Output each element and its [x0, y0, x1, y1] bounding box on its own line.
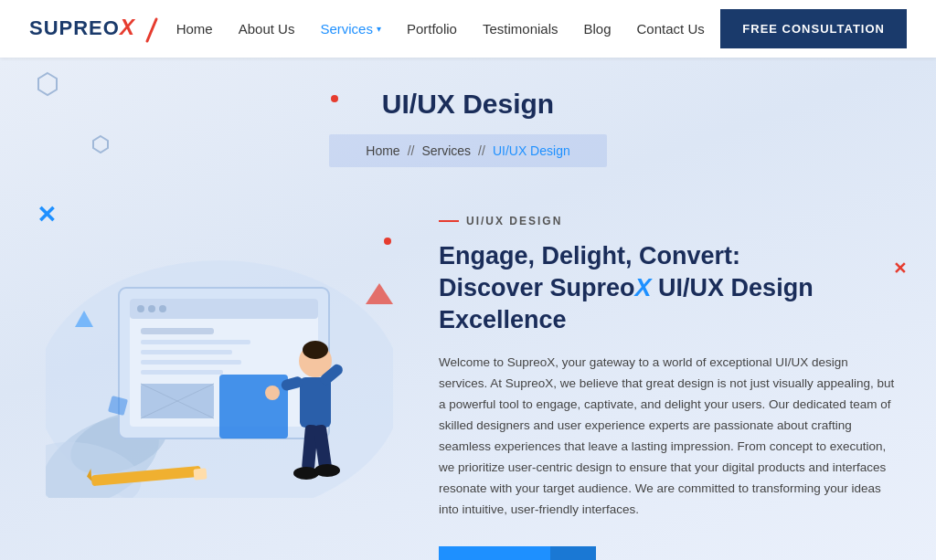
label-line	[439, 220, 459, 222]
chevron-down-icon: ▾	[377, 24, 381, 34]
nav-item-about[interactable]: About Us	[239, 21, 295, 37]
svg-rect-9	[130, 299, 318, 319]
svg-rect-24	[300, 377, 331, 428]
ui-ux-illustration	[46, 206, 393, 498]
svg-line-0	[147, 19, 156, 41]
logo-text: SUPREOX	[29, 15, 160, 42]
breadcrumb-home[interactable]: Home	[366, 143, 399, 158]
svg-point-23	[303, 341, 328, 359]
breadcrumb-sep-1: //	[408, 143, 415, 158]
breadcrumb-sep-2: //	[478, 143, 485, 158]
svg-rect-17	[141, 370, 223, 375]
description-text: Welcome to SupreoX, your gateway to a wo…	[439, 353, 899, 521]
contact-us-button[interactable]: Contact Us →	[439, 546, 596, 560]
nav-menu: Home About Us Services ▾ Portfolio Testi…	[176, 21, 705, 37]
main-content: UI/UX DESIGN Engage, Delight, Convert: D…	[0, 206, 936, 560]
page-title: UI/UX Design	[382, 89, 554, 120]
illustration-area	[37, 206, 402, 498]
nav-item-contact[interactable]: Contact Us	[637, 21, 705, 37]
svg-point-11	[148, 305, 155, 312]
svg-point-27	[265, 386, 280, 400]
section-label: UI/UX DESIGN	[439, 215, 899, 227]
arrow-icon: →	[550, 546, 596, 560]
breadcrumb-services[interactable]: Services	[421, 143, 471, 158]
nav-item-blog[interactable]: Blog	[583, 21, 611, 37]
contact-button-label: Contact Us	[439, 546, 550, 560]
svg-point-10	[137, 305, 144, 312]
svg-rect-14	[141, 340, 250, 344]
breadcrumb: Home // Services // UI/UX Design	[329, 134, 606, 167]
svg-rect-16	[141, 360, 241, 365]
breadcrumb-current: UI/UX Design	[493, 143, 570, 158]
svg-rect-15	[141, 350, 232, 354]
svg-marker-35	[366, 283, 393, 304]
svg-rect-13	[141, 328, 214, 334]
svg-point-12	[159, 305, 166, 312]
svg-rect-34	[194, 468, 207, 480]
nav-item-home[interactable]: Home	[176, 21, 213, 37]
right-text-area: UI/UX DESIGN Engage, Delight, Convert: D…	[439, 206, 899, 560]
page-title-section: UI/UX Design Home // Services // UI/UX D…	[0, 67, 936, 167]
nav-item-services[interactable]: Services ▾	[320, 21, 381, 37]
logo-slash-icon	[144, 17, 160, 43]
logo: SUPREOX	[29, 15, 160, 42]
svg-point-31	[314, 464, 340, 477]
nav-item-testimonials[interactable]: Testimonials	[483, 21, 558, 37]
nav-item-portfolio[interactable]: Portfolio	[407, 21, 457, 37]
svg-rect-21	[219, 375, 288, 438]
main-heading: Engage, Delight, Convert: Discover Supre…	[439, 240, 899, 336]
free-consultation-button[interactable]: FREE CONSULTATION	[720, 9, 907, 48]
navigation: SUPREOX Home About Us Services ▾ Portfol…	[0, 0, 936, 58]
